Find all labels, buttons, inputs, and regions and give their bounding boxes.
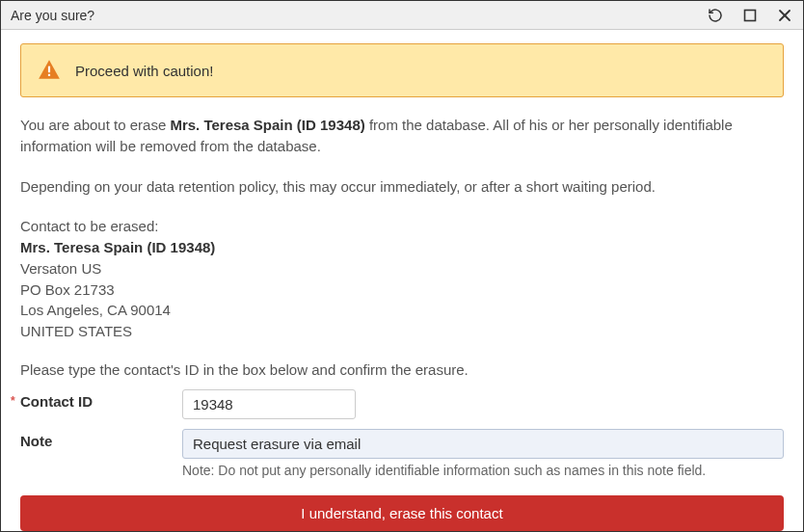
window-title: Are you sure? bbox=[11, 8, 94, 23]
note-input[interactable] bbox=[182, 429, 784, 459]
warning-text: Proceed with caution! bbox=[75, 63, 213, 79]
dialog-content: Proceed with caution! You are about to e… bbox=[1, 30, 803, 532]
note-helper-text: Note: Do not put any personally identifi… bbox=[182, 463, 784, 478]
note-row: Note Note: Do not put any personally ide… bbox=[20, 429, 784, 478]
intro-paragraph: You are about to erase Mrs. Teresa Spain… bbox=[20, 115, 784, 157]
contact-id-input[interactable] bbox=[182, 389, 356, 419]
svg-rect-3 bbox=[48, 66, 50, 73]
erase-confirm-button[interactable]: I understand, erase this contact bbox=[20, 495, 784, 531]
intro-contact-strong: Mrs. Teresa Spain (ID 19348) bbox=[170, 117, 364, 133]
contact-name: Mrs. Teresa Spain (ID 19348) bbox=[20, 237, 784, 258]
contact-id-row: Contact ID bbox=[20, 389, 784, 419]
contact-id-label: Contact ID bbox=[20, 389, 182, 410]
close-icon[interactable] bbox=[776, 7, 793, 24]
svg-rect-4 bbox=[48, 74, 50, 76]
warning-alert: Proceed with caution! bbox=[20, 43, 784, 97]
contact-address-line2: Los Angeles, CA 90014 bbox=[20, 300, 784, 321]
svg-rect-0 bbox=[745, 10, 756, 20]
contact-address-line1: PO Box 21733 bbox=[20, 279, 784, 301]
instruction-text: Please type the contact's ID in the box … bbox=[20, 361, 784, 378]
note-label: Note bbox=[20, 429, 182, 449]
contact-erased-label: Contact to be erased: bbox=[20, 216, 784, 237]
contact-country: UNITED STATES bbox=[20, 321, 784, 342]
window-controls bbox=[707, 7, 793, 24]
refresh-icon[interactable] bbox=[707, 7, 724, 24]
maximize-icon[interactable] bbox=[741, 7, 759, 24]
contact-company: Versaton US bbox=[20, 258, 784, 279]
warning-icon bbox=[37, 58, 62, 83]
titlebar: Are you sure? bbox=[1, 1, 803, 30]
contact-block: Contact to be erased: Mrs. Teresa Spain … bbox=[20, 216, 784, 342]
intro-text-pre: You are about to erase bbox=[20, 117, 170, 133]
retention-paragraph: Depending on your data retention policy,… bbox=[20, 176, 784, 198]
